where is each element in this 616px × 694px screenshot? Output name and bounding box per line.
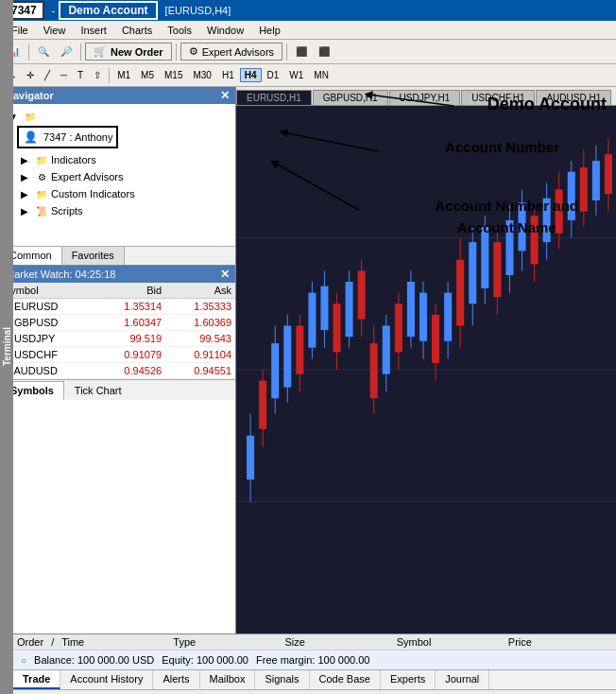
expert-advisors-btn[interactable]: ⚙ Expert Advisors bbox=[180, 43, 282, 61]
nav-custom-folder-icon: 📁 bbox=[34, 186, 49, 201]
nav-account-text: 7347 : Anthony bbox=[43, 131, 112, 143]
toolbar2: ↖ ✛ ╱ ─ T ⇧ M1 M5 M15 M30 H1 H4 D1 W1 MN bbox=[0, 64, 616, 87]
toolbar-extra-1[interactable]: ⬛ bbox=[291, 43, 312, 60]
svg-rect-64 bbox=[592, 161, 600, 200]
new-order-btn[interactable]: 🛒 New Order bbox=[85, 43, 172, 61]
tf-m15[interactable]: M15 bbox=[160, 68, 187, 82]
svg-rect-26 bbox=[358, 270, 366, 319]
tf-h1[interactable]: H1 bbox=[217, 68, 239, 82]
nav-indicators-label: Indicators bbox=[51, 154, 96, 165]
nav-experts[interactable]: ▶ ⚙ Expert Advisors bbox=[15, 168, 231, 185]
svg-rect-48 bbox=[493, 242, 501, 297]
toolbar-extra-2[interactable]: ⬛ bbox=[314, 43, 334, 60]
svg-rect-56 bbox=[543, 199, 551, 243]
market-watch-header: Market Watch: 04:25:18 ✕ bbox=[0, 266, 235, 283]
chart-tab[interactable]: USDJPY,H1 bbox=[389, 90, 461, 105]
nav-tab-favorites[interactable]: Favorites bbox=[62, 247, 125, 265]
terminal-tab-trade[interactable]: Trade bbox=[13, 670, 60, 689]
mw-cell-ask: 1.60369 bbox=[165, 315, 235, 331]
market-watch-row[interactable]: ◆ AUDUSD 0.94526 0.94551 bbox=[0, 363, 235, 379]
market-watch-row[interactable]: ◆ GBPUSD 1.60347 1.60369 bbox=[0, 315, 235, 331]
nav-account-item[interactable]: 👤 7347 : Anthony bbox=[15, 125, 231, 149]
menu-tools[interactable]: Tools bbox=[160, 23, 199, 38]
nav-scripts[interactable]: ▶ 📜 Scripts bbox=[15, 202, 231, 219]
toolbar-zoom-in-btn[interactable]: 🔍 bbox=[33, 43, 54, 60]
svg-rect-36 bbox=[419, 293, 427, 341]
terminal-tab-journal[interactable]: Journal bbox=[436, 670, 489, 689]
zoom-in-icon: 🔍 bbox=[38, 46, 49, 57]
terminal-col-order: Order bbox=[17, 636, 43, 648]
line-btn[interactable]: ╱ bbox=[40, 68, 55, 82]
nav-scripts-icon: 📜 bbox=[34, 203, 49, 218]
tf-m30[interactable]: M30 bbox=[188, 68, 215, 82]
terminal-col-slash: / bbox=[51, 636, 54, 648]
mw-cell-symbol: ◆ USDJPY bbox=[0, 331, 95, 347]
mw-cell-ask: 0.91104 bbox=[165, 347, 235, 363]
tf-d1[interactable]: D1 bbox=[263, 68, 284, 82]
tf-mn[interactable]: MN bbox=[309, 68, 334, 82]
navigator-header: Navigator ✕ bbox=[0, 87, 235, 104]
market-watch-row[interactable]: ◆ EURUSD 1.35314 1.35333 bbox=[0, 299, 235, 315]
nav-root[interactable]: ▼ 📁 bbox=[4, 108, 231, 125]
chart-tab[interactable]: USDCHF,H1 bbox=[461, 90, 535, 105]
menu-help[interactable]: Help bbox=[251, 23, 288, 38]
tf-h4[interactable]: H4 bbox=[240, 68, 262, 82]
hline-btn[interactable]: ─ bbox=[56, 68, 72, 82]
chart-tab[interactable]: GBPUSD,H1 bbox=[313, 90, 388, 105]
terminal-tab-experts[interactable]: Experts bbox=[381, 670, 436, 689]
terminal-tab-mailbox[interactable]: Mailbox bbox=[200, 670, 256, 689]
terminal-tab-account-history[interactable]: Account History bbox=[60, 670, 153, 689]
terminal-tab-code-base[interactable]: Code Base bbox=[310, 670, 381, 689]
svg-rect-62 bbox=[580, 167, 588, 212]
nav-experts-expand-icon: ▶ bbox=[17, 169, 32, 184]
market-watch-row[interactable]: ◆ USDCHF 0.91079 0.91104 bbox=[0, 347, 235, 363]
toolbar-sep-4 bbox=[286, 43, 287, 61]
svg-rect-20 bbox=[320, 286, 328, 331]
terminal-tab-signals[interactable]: Signals bbox=[255, 670, 309, 689]
crosshair-btn[interactable]: ✛ bbox=[22, 68, 39, 82]
market-watch-row[interactable]: ◆ USDJPY 99.519 99.543 bbox=[0, 331, 235, 347]
market-watch-title: Market Watch: 04:25:18 bbox=[6, 269, 115, 280]
navigator-close-btn[interactable]: ✕ bbox=[220, 89, 230, 102]
market-watch-close-btn[interactable]: ✕ bbox=[220, 268, 230, 281]
toolbar-zoom-out-btn[interactable]: 🔎 bbox=[56, 43, 77, 60]
text-btn[interactable]: T bbox=[73, 68, 88, 82]
chart-tabs: EURUSD,H1GBPUSD,H1USDJPY,H1USDCHF,H1AUDU… bbox=[236, 87, 616, 106]
tf-m5[interactable]: M5 bbox=[136, 68, 159, 82]
nav-scripts-label: Scripts bbox=[51, 205, 83, 217]
menu-charts[interactable]: Charts bbox=[114, 23, 160, 38]
menu-window[interactable]: Window bbox=[199, 23, 251, 38]
new-order-label: New Order bbox=[111, 46, 163, 58]
navigator: Navigator ✕ ▼ 📁 👤 7347 : Anthony bbox=[0, 87, 235, 266]
mw-cell-symbol: ◆ AUDUSD bbox=[0, 363, 95, 379]
terminal-tab-alerts[interactable]: Alerts bbox=[153, 670, 199, 689]
nav-folder-icon: 📁 bbox=[23, 109, 38, 124]
main-area: Navigator ✕ ▼ 📁 👤 7347 : Anthony bbox=[0, 87, 616, 633]
menu-insert[interactable]: Insert bbox=[73, 23, 114, 38]
nav-indicators-icon: 📁 bbox=[34, 152, 49, 167]
market-watch: Market Watch: 04:25:18 ✕ Symbol Bid Ask … bbox=[0, 266, 235, 633]
nav-indicators[interactable]: ▶ 📁 Indicators bbox=[15, 151, 231, 168]
free-margin-text: Free margin: 100 000.00 bbox=[256, 654, 369, 666]
nav-custom-label: Custom Indicators bbox=[51, 188, 135, 200]
menu-view[interactable]: View bbox=[36, 23, 74, 38]
toolbar-sep-3 bbox=[176, 43, 177, 61]
nav-experts-icon: ⚙ bbox=[34, 169, 49, 184]
terminal-col-price: Price bbox=[508, 636, 612, 648]
svg-rect-44 bbox=[469, 242, 476, 304]
terminal-col-type: Type bbox=[173, 636, 277, 648]
svg-rect-12 bbox=[271, 343, 279, 398]
arrow-btn[interactable]: ⇧ bbox=[89, 68, 106, 82]
chart-tab[interactable]: EURUSD,H1 bbox=[236, 90, 312, 105]
extra-icon-1: ⬛ bbox=[296, 46, 307, 57]
nav-tabs: Common Favorites bbox=[0, 246, 235, 265]
nav-custom-indicators[interactable]: ▶ 📁 Custom Indicators bbox=[15, 185, 231, 202]
tf-w1[interactable]: W1 bbox=[284, 68, 308, 82]
tf-m1[interactable]: M1 bbox=[112, 68, 135, 82]
chart-canvas[interactable] bbox=[236, 106, 616, 633]
svg-rect-34 bbox=[407, 282, 415, 337]
svg-rect-42 bbox=[456, 260, 464, 326]
chart-tab[interactable]: AUDUSD,H1 bbox=[536, 90, 611, 105]
svg-rect-22 bbox=[334, 304, 341, 352]
mw-tab-tick[interactable]: Tick Chart bbox=[64, 381, 132, 400]
